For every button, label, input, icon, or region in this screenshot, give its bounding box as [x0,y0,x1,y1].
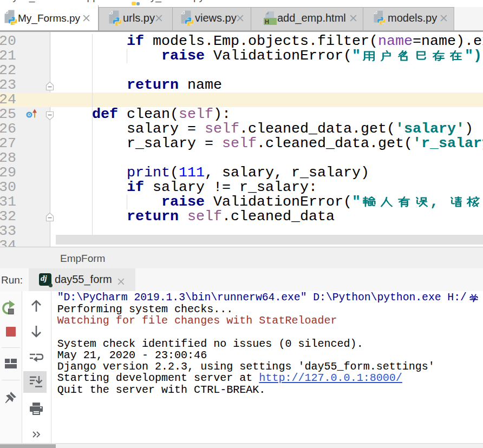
svg-text:H: H [265,18,269,25]
